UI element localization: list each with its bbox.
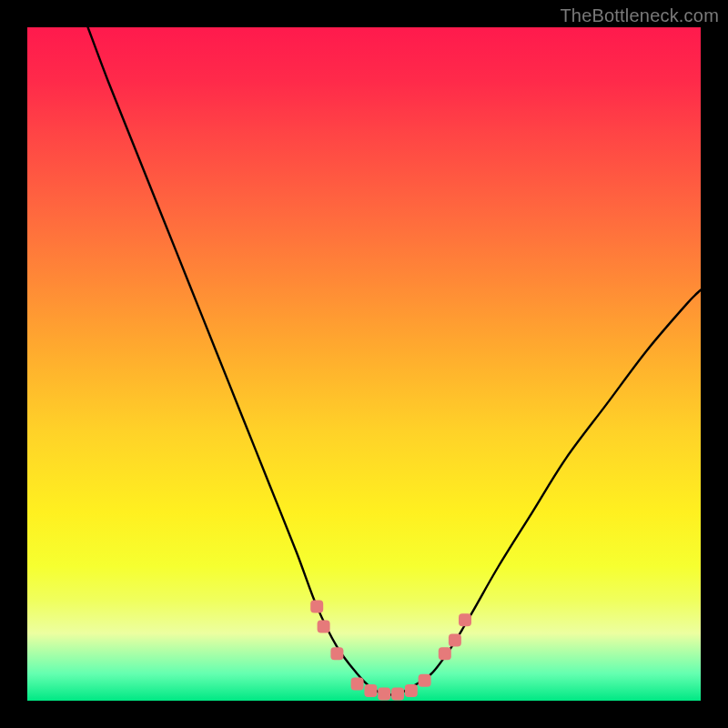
- highlight-markers: [310, 600, 471, 700]
- bottleneck-curve: [88, 27, 701, 695]
- marker-dot: [330, 647, 343, 660]
- watermark-text: TheBottleneck.com: [560, 5, 719, 26]
- curve-svg: [27, 27, 701, 701]
- marker-dot: [449, 633, 461, 646]
- plot-area: [27, 27, 701, 701]
- marker-dot: [439, 647, 451, 660]
- marker-dot: [459, 613, 471, 626]
- marker-dot: [391, 688, 404, 701]
- marker-dot: [405, 684, 418, 697]
- marker-dot: [364, 684, 377, 697]
- marker-dot: [310, 600, 323, 612]
- marker-dot: [378, 688, 390, 701]
- marker-dot: [419, 674, 431, 687]
- chart-frame: TheBottleneck.com: [0, 0, 728, 728]
- marker-dot: [318, 621, 330, 633]
- marker-dot: [351, 678, 364, 691]
